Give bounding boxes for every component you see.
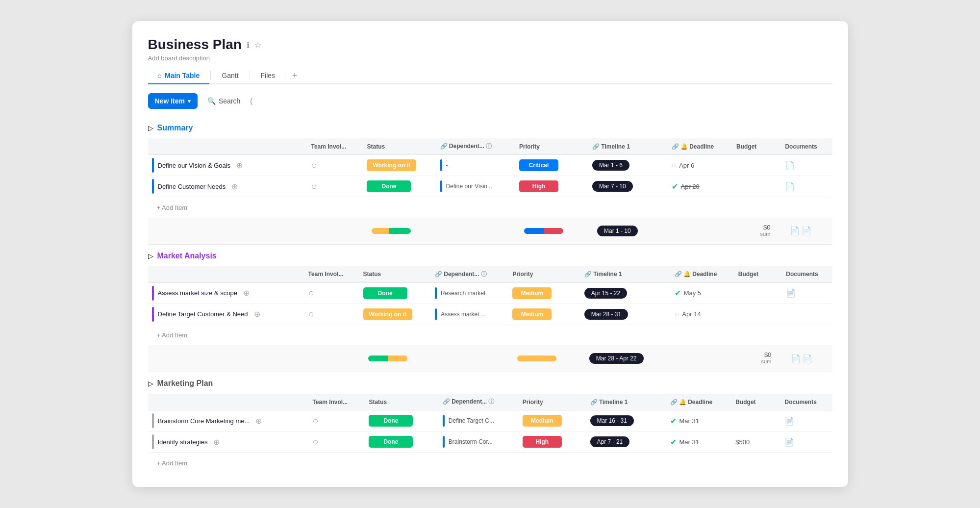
budget-value: $500 [730, 432, 779, 452]
deadline-cell: ✔Apr 20 [667, 176, 732, 197]
timeline-cell[interactable]: Apr 15 - 22 [579, 282, 670, 304]
link-icon: 🔗 [440, 143, 448, 150]
priority-cell[interactable]: Medium [518, 410, 585, 432]
avatar-button[interactable]: ○ [311, 181, 317, 192]
search-button[interactable]: 🔍 Search [202, 94, 245, 108]
add-subitem-button[interactable]: ⊕ [234, 160, 245, 171]
avatar-button[interactable]: ○ [312, 436, 318, 448]
priority-badge[interactable]: Medium [512, 308, 552, 320]
budget-value [733, 283, 781, 304]
priority-badge[interactable]: High [519, 180, 558, 192]
group-header-marketing-plan[interactable]: ▷ Marketing Plan [148, 376, 832, 391]
status-cell[interactable]: Working on it [362, 155, 435, 176]
summary-budget: $0 sum [738, 348, 777, 369]
budget-cell [733, 304, 781, 325]
status-cell[interactable]: Working on it [358, 304, 430, 325]
document-icon-sum2[interactable]: 📄 [802, 226, 811, 235]
status-badge[interactable]: Done [367, 180, 411, 192]
link-icon: 🔗 [443, 398, 450, 405]
link-icon-2: 🔗 [584, 271, 592, 278]
timeline-badge[interactable]: Mar 28 - 31 [584, 309, 628, 320]
timeline-badge[interactable]: Mar 16 - 31 [590, 415, 634, 426]
col-header-dependent: 🔗 Dependent... ⓘ [430, 266, 508, 283]
document-icon-sum2[interactable]: 📄 [803, 354, 812, 363]
add-subitem-button[interactable]: ⊕ [253, 415, 264, 427]
new-item-button[interactable]: New Item ▾ [148, 93, 198, 109]
link-icon-2: 🔗 [592, 143, 600, 150]
timeline-cell[interactable]: Mar 7 - 10 [587, 176, 666, 197]
team-cell: ○ [307, 432, 364, 453]
priority-cell[interactable]: Medium [507, 282, 579, 304]
tab-main-table[interactable]: ⌂ Main Table [148, 68, 210, 84]
dep-label: Define our Visio... [446, 183, 493, 190]
timeline-cell[interactable]: Mar 1 - 6 [587, 155, 666, 176]
document-icon[interactable]: 📄 [786, 288, 796, 298]
add-item-button[interactable]: + Add Item [153, 202, 192, 213]
add-subitem-button[interactable]: ⊕ [211, 436, 222, 448]
avatar-button[interactable]: ○ [308, 308, 314, 320]
priority-badge[interactable]: Medium [512, 287, 552, 299]
link-icon-2: 🔗 [590, 399, 598, 406]
add-subitem-button[interactable]: ⊕ [252, 308, 262, 320]
priority-cell[interactable]: High [514, 176, 587, 197]
group-header-summary[interactable]: ▷ Summary [148, 121, 832, 135]
deadline-label: May 5 [684, 289, 701, 297]
priority-badge[interactable]: Critical [519, 159, 558, 171]
add-item-button[interactable]: + Add Item [153, 457, 192, 469]
avatar-button[interactable]: ○ [312, 415, 318, 427]
priority-bar [524, 228, 563, 234]
timeline-badge[interactable]: Mar 7 - 10 [592, 181, 633, 192]
add-item-button[interactable]: + Add Item [153, 330, 192, 341]
status-cell[interactable]: Done [362, 176, 435, 197]
timeline-badge[interactable]: Apr 7 - 21 [590, 436, 630, 447]
priority-badge[interactable]: High [523, 436, 562, 448]
group-section-marketing-plan: ▷ Marketing Plan Team Invol... Status 🔗 … [148, 376, 832, 473]
status-badge[interactable]: Done [369, 436, 413, 448]
document-icon-sum1[interactable]: 📄 [791, 354, 801, 363]
item-label: Brainstorm Core Marketing me... [158, 417, 250, 425]
document-icon-sum1[interactable]: 📄 [790, 226, 800, 235]
timeline-badge[interactable]: Mar 1 - 6 [592, 160, 629, 171]
group-header-market-analysis[interactable]: ▷ Market Analysis [148, 249, 832, 263]
team-cell: ○ [306, 155, 362, 176]
status-badge[interactable]: Done [369, 415, 413, 427]
document-icon[interactable]: 📄 [784, 437, 794, 447]
group-section-summary: ▷ Summary Team Invol... Status 🔗 Depende… [148, 121, 832, 245]
status-badge[interactable]: Working on it [367, 159, 416, 171]
status-badge[interactable]: Working on it [363, 308, 412, 320]
summary-dep-col [430, 345, 508, 372]
tab-gantt[interactable]: Gantt [212, 68, 248, 84]
priority-cell[interactable]: High [518, 432, 585, 453]
priority-cell[interactable]: Critical [514, 155, 587, 176]
add-tab-button[interactable]: + [287, 69, 302, 83]
deadline-label: Apr 20 [681, 183, 700, 190]
status-cell[interactable]: Done [358, 282, 430, 304]
timeline-badge[interactable]: Apr 15 - 22 [584, 288, 627, 299]
status-badge[interactable]: Done [363, 287, 407, 299]
add-subitem-button[interactable]: ⊕ [241, 287, 251, 299]
budget-cell [730, 410, 779, 432]
dependent-cell: Define our Visio... [435, 176, 514, 197]
documents-cell [781, 304, 832, 325]
timeline-cell[interactable]: Apr 7 - 21 [585, 432, 665, 453]
dep-bar [443, 436, 445, 448]
avatar-button[interactable]: ○ [308, 287, 314, 299]
dep-label: - [446, 162, 448, 169]
info-icon-button[interactable]: ℹ [247, 40, 250, 50]
priority-badge[interactable]: Medium [523, 415, 562, 427]
avatar-button[interactable]: ○ [311, 160, 317, 171]
tab-files[interactable]: Files [251, 68, 285, 84]
timeline-cell[interactable]: Mar 28 - 31 [579, 304, 670, 325]
documents-cell: 📄 [779, 432, 832, 453]
star-icon-button[interactable]: ☆ [254, 40, 261, 50]
timeline-cell[interactable]: Mar 16 - 31 [585, 410, 665, 432]
board-description[interactable]: Add board description [148, 54, 832, 62]
document-icon[interactable]: 📄 [784, 416, 794, 426]
status-cell[interactable]: Done [364, 410, 437, 432]
add-subitem-button[interactable]: ⊕ [229, 181, 240, 192]
status-cell[interactable]: Done [364, 432, 437, 453]
document-icon[interactable]: 📄 [785, 161, 795, 170]
summary-deadline-col [670, 345, 733, 372]
document-icon[interactable]: 📄 [785, 182, 795, 191]
priority-cell[interactable]: Medium [507, 304, 579, 325]
